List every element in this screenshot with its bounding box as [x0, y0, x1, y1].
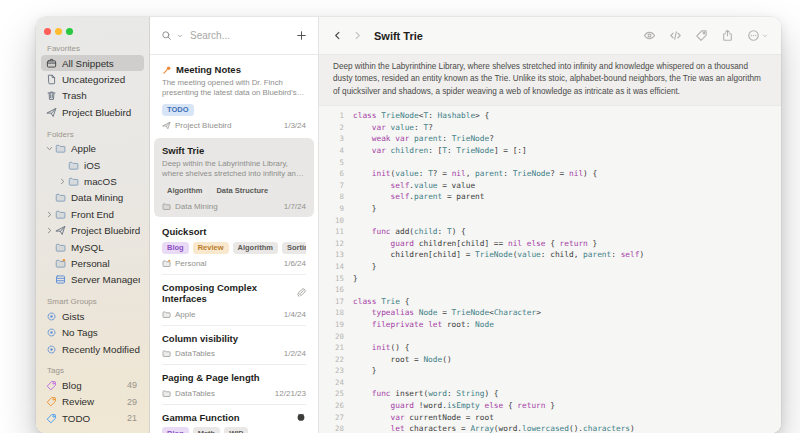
editor-pane: Swift Trie Deep within the Labyrinthine … — [319, 17, 781, 433]
doc-icon — [46, 74, 57, 85]
code-line: 9 } — [319, 203, 781, 215]
disclosure-closed-icon[interactable] — [46, 210, 55, 219]
snippet-composing-complex-interfaces[interactable]: Composing Complex InterfacesApple1/4/24 — [150, 275, 318, 325]
search-bar — [150, 17, 318, 55]
snippet-footer: DataTables12/21/23 — [162, 389, 306, 398]
sidebar-item-mysql[interactable]: MySQL — [41, 239, 144, 255]
folder-icon — [162, 389, 171, 398]
snippet-tags: TODO — [162, 104, 306, 116]
sidebar-item-recently-modified[interactable]: Recently Modified — [41, 341, 144, 357]
minimize-button[interactable] — [55, 28, 62, 35]
snippet-title-row: Gamma Function — [162, 412, 306, 423]
search-scope-chevron-icon[interactable] — [177, 33, 183, 39]
sidebar-item-label: Uncategorized — [62, 74, 140, 85]
line-number: 14 — [319, 261, 353, 273]
line-number: 10 — [319, 215, 353, 227]
sidebar-item-personal[interactable]: Personal — [41, 255, 144, 271]
sidebar-item-label: All Snippets — [62, 58, 140, 69]
more-button[interactable] — [747, 29, 768, 42]
line-number: 20 — [319, 331, 353, 343]
forward-button[interactable] — [352, 30, 363, 41]
snippet-title: Composing Complex Interfaces — [162, 282, 288, 304]
snippet-paging-page-length[interactable]: Paging & Page lengthDataTables12/21/23 — [150, 365, 318, 404]
gear-icon — [46, 327, 57, 338]
code-text: self.parent = parent — [353, 191, 484, 203]
snippet-gamma-function[interactable]: Gamma FunctionBlogMathWIPPersonal12/18/2… — [150, 405, 318, 433]
disclosure-closed-icon[interactable] — [46, 226, 55, 235]
sidebar-item-label: Trash — [62, 90, 140, 101]
code-line: 16 — [319, 284, 781, 296]
sidebar-item-ios[interactable]: iOS — [41, 157, 144, 173]
disclosure-spacer — [46, 275, 55, 284]
close-button[interactable] — [44, 28, 51, 35]
snippet-column-visibility[interactable]: Column visibilityDataTables1/2/24 — [150, 326, 318, 365]
add-snippet-button[interactable] — [296, 30, 307, 41]
tag-chip: Algorithm — [162, 185, 207, 197]
share-button[interactable] — [721, 29, 734, 42]
line-number: 23 — [319, 365, 353, 377]
code-text: var children: [T: TrieNode] = [:] — [353, 145, 527, 157]
snippet-title-row: Quicksort — [162, 226, 306, 237]
language-button[interactable] — [669, 29, 682, 42]
disclosure-closed-icon[interactable] — [59, 177, 68, 186]
line-number: 4 — [319, 145, 353, 157]
line-number: 27 — [319, 412, 353, 424]
sidebar-item-server-management[interactable]: Server Management — [41, 272, 144, 288]
line-number: 13 — [319, 249, 353, 261]
line-number: 8 — [319, 191, 353, 203]
code-line: 19 fileprivate let root: Node — [319, 319, 781, 331]
sidebar-item-uncategorized[interactable]: Uncategorized — [41, 71, 144, 87]
code-editor[interactable]: 1class TrieNode<T: Hashable> {2 var valu… — [319, 106, 781, 433]
sidebar-item-gists[interactable]: Gists — [41, 308, 144, 324]
gear-icon — [46, 344, 57, 355]
disclosure-open-icon[interactable] — [46, 144, 55, 153]
search-input[interactable] — [188, 29, 291, 42]
snippet-title-row: Composing Complex Interfaces — [162, 282, 306, 304]
back-button[interactable] — [332, 30, 343, 41]
zoom-button[interactable] — [66, 28, 73, 35]
snippet-list-column: Meeting NotesThe meeting opened with Dr.… — [150, 17, 319, 433]
sidebar-item-project-bluebird[interactable]: Project Bluebird — [41, 223, 144, 239]
code-line: 7 self.value = value — [319, 180, 781, 192]
snippet-folder: Personal — [175, 259, 207, 268]
search-icon — [161, 30, 172, 41]
sidebar-item-apple[interactable]: Apple — [41, 141, 144, 157]
snippet-list: Meeting NotesThe meeting opened with Dr.… — [150, 55, 318, 433]
paperplane-icon — [46, 107, 57, 118]
code-text: } — [353, 365, 376, 377]
sidebar-item-label: Server Management — [71, 274, 140, 285]
sidebar-item-data-mining[interactable]: Data Mining — [41, 190, 144, 206]
snippet-date: 1/6/24 — [284, 259, 306, 268]
sidebar-item-review[interactable]: Review29 — [41, 394, 144, 410]
snippet-tags: AlgorithmData Structure — [162, 185, 306, 197]
code-line: 18 typealias Node = TrieNode<Character> — [319, 307, 781, 319]
preview-button[interactable] — [643, 29, 656, 42]
snippet-description[interactable]: Deep within the Labyrinthine Library, wh… — [319, 55, 781, 106]
share-icon — [721, 29, 734, 42]
code-line: 27 var currentNode = root — [319, 412, 781, 424]
disclosure-spacer — [46, 193, 55, 202]
sidebar-item-all-snippets[interactable]: All Snippets — [41, 55, 144, 71]
disclosure-spacer — [46, 243, 55, 252]
snippet-preview: The meeting opened with Dr. Finch presen… — [162, 78, 306, 100]
sidebar-item-todo[interactable]: TODO21 — [41, 410, 144, 426]
sidebar-item-project-bluebird[interactable]: Project Bluebird — [41, 104, 144, 120]
tag-icon — [46, 413, 57, 424]
sidebar-item-no-tags[interactable]: No Tags — [41, 324, 144, 340]
snippet-meeting-notes[interactable]: Meeting NotesThe meeting opened with Dr.… — [150, 57, 318, 136]
sidebar-item-macos[interactable]: macOS — [41, 173, 144, 189]
sidebar-item-trash[interactable]: Trash — [41, 88, 144, 104]
code-line: 23 } — [319, 365, 781, 377]
code-line: 2 var value: T? — [319, 122, 781, 134]
sidebar-item-blog[interactable]: Blog49 — [41, 377, 144, 393]
snippet-footer: Apple1/4/24 — [162, 310, 306, 319]
sidebar-item-front-end[interactable]: Front End — [41, 206, 144, 222]
snippet-quicksort[interactable]: QuicksortBlogReviewAlgorithmSorting+2Per… — [150, 219, 318, 274]
snippet-swift-trie[interactable]: Swift TrieDeep within the Labyrinthine L… — [154, 138, 314, 217]
tags-button[interactable] — [695, 29, 708, 42]
code-line: 10 — [319, 215, 781, 227]
sidebar-item-label: MySQL — [71, 242, 140, 253]
sidebar-item-label: Personal — [71, 258, 140, 269]
sidebar-item-label: Blog — [62, 380, 127, 391]
folder-icon — [55, 242, 66, 253]
